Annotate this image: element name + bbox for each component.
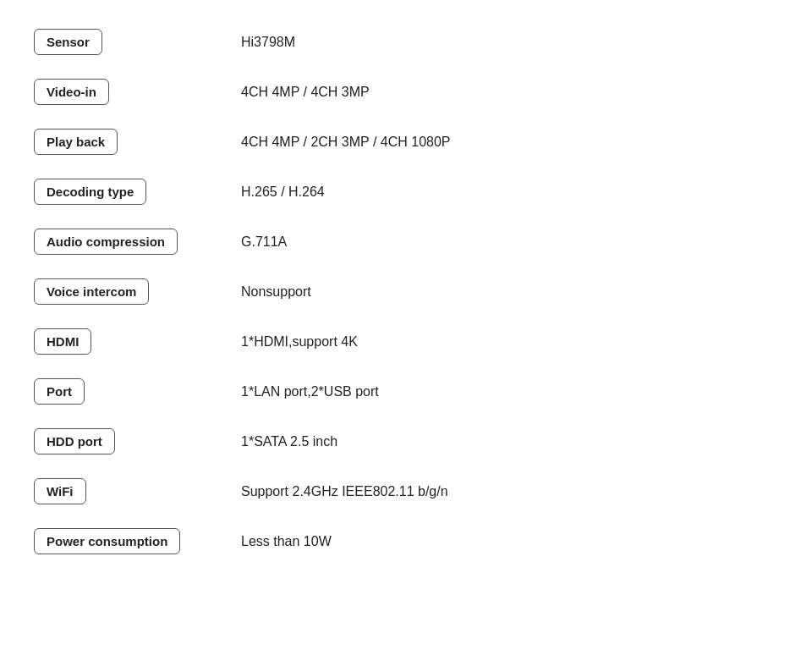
spec-row-hdmi: HDMI1*HDMI,support 4K (34, 317, 778, 366)
spec-row-port: Port1*LAN port,2*USB port (34, 366, 778, 416)
label-box-hdd-port: HDD port (34, 428, 115, 454)
spec-value-port: 1*LAN port,2*USB port (241, 384, 379, 399)
spec-value-play-back: 4CH 4MP / 2CH 3MP / 4CH 1080P (241, 135, 451, 150)
spec-row-voice-intercom: Voice intercomNonsupport (34, 267, 778, 317)
label-box-decoding-type: Decoding type (34, 179, 146, 205)
spec-label-port: Port (34, 378, 216, 405)
spec-label-hdd-port: HDD port (34, 428, 216, 454)
specs-container: SensorHi3798MVideo-in4CH 4MP / 4CH 3MPPl… (0, 0, 812, 583)
spec-row-wifi: WiFiSupport 2.4GHz IEEE802.11 b/g/n (34, 466, 778, 516)
spec-row-sensor: SensorHi3798M (34, 17, 778, 67)
label-box-video-in: Video-in (34, 79, 109, 105)
spec-label-video-in: Video-in (34, 79, 216, 105)
spec-label-hdmi: HDMI (34, 328, 216, 355)
spec-label-audio-compression: Audio compression (34, 229, 216, 255)
label-box-voice-intercom: Voice intercom (34, 278, 149, 305)
spec-label-play-back: Play back (34, 129, 216, 155)
label-box-audio-compression: Audio compression (34, 229, 178, 255)
label-box-power-consumption: Power consumption (34, 528, 180, 554)
spec-row-video-in: Video-in4CH 4MP / 4CH 3MP (34, 67, 778, 117)
spec-value-decoding-type: H.265 / H.264 (241, 185, 325, 200)
spec-label-decoding-type: Decoding type (34, 179, 216, 205)
label-box-hdmi: HDMI (34, 328, 91, 355)
spec-value-hdmi: 1*HDMI,support 4K (241, 334, 358, 350)
label-box-play-back: Play back (34, 129, 118, 155)
spec-value-sensor: Hi3798M (241, 35, 295, 50)
spec-row-power-consumption: Power consumptionLess than 10W (34, 516, 778, 566)
spec-label-voice-intercom: Voice intercom (34, 278, 216, 305)
spec-row-play-back: Play back4CH 4MP / 2CH 3MP / 4CH 1080P (34, 117, 778, 167)
spec-label-power-consumption: Power consumption (34, 528, 216, 554)
spec-value-power-consumption: Less than 10W (241, 534, 332, 549)
spec-label-wifi: WiFi (34, 478, 216, 504)
spec-value-voice-intercom: Nonsupport (241, 284, 311, 300)
spec-value-hdd-port: 1*SATA 2.5 inch (241, 434, 337, 449)
spec-row-hdd-port: HDD port1*SATA 2.5 inch (34, 416, 778, 466)
label-box-port: Port (34, 378, 85, 405)
spec-row-decoding-type: Decoding typeH.265 / H.264 (34, 167, 778, 217)
spec-value-video-in: 4CH 4MP / 4CH 3MP (241, 85, 370, 100)
spec-label-sensor: Sensor (34, 29, 216, 55)
label-box-sensor: Sensor (34, 29, 102, 55)
spec-row-audio-compression: Audio compressionG.711A (34, 217, 778, 267)
spec-value-audio-compression: G.711A (241, 234, 287, 250)
spec-value-wifi: Support 2.4GHz IEEE802.11 b/g/n (241, 484, 448, 499)
label-box-wifi: WiFi (34, 478, 86, 504)
